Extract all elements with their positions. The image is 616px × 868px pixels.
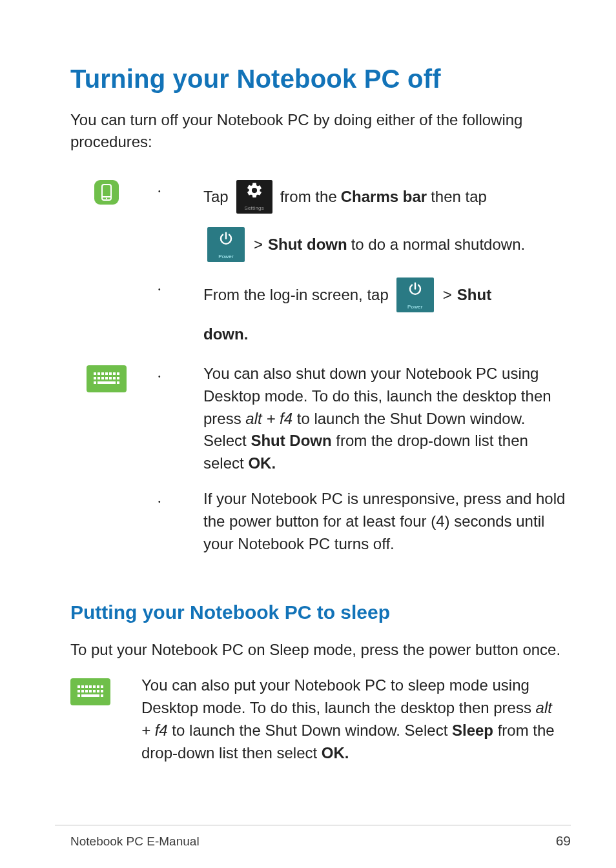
text: If your Notebook PC is unresponsive, pre… (203, 488, 571, 555)
sleep-body-text: You can also put your Notebook PC to sle… (141, 674, 571, 764)
settings-tile-icon: Settings (236, 180, 272, 214)
bullet-icon: • (158, 363, 203, 385)
svg-rect-3 (94, 372, 96, 375)
text: > (252, 234, 264, 256)
svg-rect-16 (117, 377, 119, 379)
keyboard-badge-col (70, 674, 141, 705)
svg-point-2 (106, 198, 107, 199)
svg-rect-25 (97, 685, 99, 688)
keyboard-icon (70, 678, 110, 705)
footer-text: Notebook PC E-Manual (70, 834, 200, 849)
power-tile-label: Power (396, 303, 434, 311)
section-heading-sleep: Putting your Notebook PC to sleep (70, 601, 571, 623)
svg-rect-33 (101, 690, 103, 692)
intro-text: You can turn off your Notebook PC by doi… (70, 109, 571, 153)
keyboard-section: • You can also shut down your Notebook P… (55, 363, 571, 565)
touch-badge-col (55, 177, 158, 205)
text: From the log-in screen, tap (203, 284, 389, 307)
keyboard-step-2: • If your Notebook PC is unresponsive, p… (158, 488, 571, 555)
sleep-keyboard-section: You can also put your Notebook PC to sle… (70, 674, 571, 764)
svg-rect-5 (101, 372, 104, 375)
svg-rect-20 (77, 685, 80, 688)
svg-rect-28 (81, 690, 84, 692)
bullet-icon: • (158, 177, 203, 199)
bullet-icon: • (158, 488, 203, 510)
charms-bar-label: Charms bar (341, 186, 427, 208)
svg-rect-21 (81, 685, 84, 688)
power-tile-icon: Power (207, 227, 245, 262)
svg-rect-12 (101, 377, 104, 379)
settings-tile-label: Settings (236, 205, 272, 212)
text: Tap (203, 186, 229, 208)
svg-rect-11 (98, 377, 100, 379)
svg-rect-32 (97, 690, 99, 692)
svg-rect-22 (85, 685, 88, 688)
keyboard-step-1: • You can also shut down your Notebook P… (158, 363, 571, 475)
text: then tap (431, 186, 487, 208)
touch-section: • Tap Settings from the (55, 177, 571, 358)
svg-rect-26 (101, 685, 103, 688)
svg-rect-30 (89, 690, 92, 692)
svg-rect-17 (94, 381, 96, 384)
footer-rule (55, 825, 571, 825)
svg-rect-13 (105, 377, 108, 379)
svg-rect-19 (117, 381, 119, 384)
svg-rect-15 (113, 377, 116, 379)
keyboard-badge-col (55, 363, 158, 392)
shut-down-label: Shut down (268, 234, 347, 256)
svg-rect-34 (77, 694, 80, 697)
svg-rect-8 (113, 372, 116, 375)
svg-rect-36 (101, 694, 103, 697)
svg-rect-0 (102, 185, 111, 200)
text: to launch the Shut Down window. Select (168, 722, 452, 739)
ok-label: OK. (322, 744, 349, 762)
text: You can also put your Notebook PC to sle… (141, 676, 536, 716)
svg-rect-7 (109, 372, 112, 375)
power-tile-icon: Power (396, 278, 434, 312)
shut-down-label: Shut Down (251, 432, 331, 449)
page-title: Turning your Notebook PC off (70, 65, 571, 94)
power-tile-label: Power (207, 253, 245, 261)
svg-rect-4 (98, 372, 100, 375)
page-number: 69 (556, 833, 571, 849)
bullet-icon: • (158, 276, 203, 298)
sleep-intro-text: To put your Notebook PC on Sleep mode, p… (70, 639, 571, 661)
ok-label: OK. (248, 454, 276, 472)
touch-step-1: • Tap Settings from the (158, 177, 571, 264)
svg-rect-35 (81, 694, 99, 697)
text: from the (280, 186, 337, 208)
svg-rect-29 (85, 690, 88, 692)
svg-rect-10 (94, 377, 96, 379)
shut-label: Shut (457, 284, 491, 307)
manual-page: Turning your Notebook PC off You can tur… (0, 0, 616, 868)
sleep-label: Sleep (452, 722, 493, 739)
touchscreen-icon (94, 180, 119, 205)
keystroke: alt + f4 (245, 410, 293, 427)
text: > (442, 284, 453, 307)
down-label: down. (203, 323, 248, 346)
touch-step-2: • From the log-in screen, tap Power (158, 276, 571, 346)
svg-rect-18 (98, 381, 116, 384)
keyboard-icon (87, 365, 127, 392)
svg-rect-27 (77, 690, 80, 692)
svg-rect-9 (117, 372, 119, 375)
text: to do a normal shutdown. (351, 234, 526, 256)
svg-rect-23 (89, 685, 92, 688)
svg-rect-14 (109, 377, 112, 379)
svg-rect-24 (93, 685, 96, 688)
svg-rect-6 (105, 372, 108, 375)
svg-rect-31 (93, 690, 96, 692)
